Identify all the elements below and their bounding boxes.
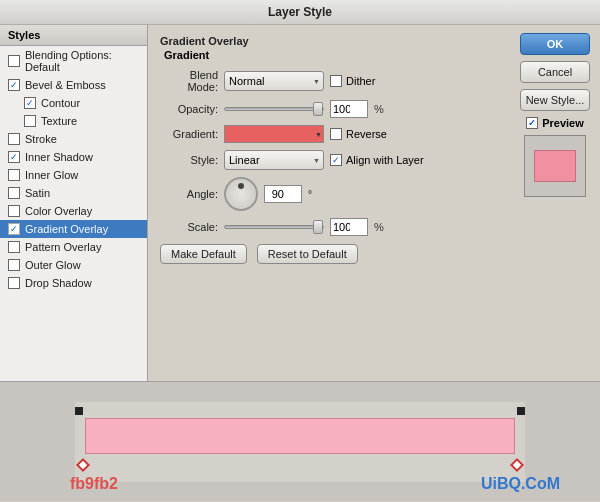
- opacity-unit: %: [374, 103, 384, 115]
- style-item-inner-glow[interactable]: Inner Glow: [0, 166, 147, 184]
- style-item-texture[interactable]: Texture: [0, 112, 147, 130]
- style-item-contour[interactable]: Contour: [0, 94, 147, 112]
- style-item-inner-shadow[interactable]: Inner Shadow: [0, 148, 147, 166]
- style-item-satin[interactable]: Satin: [0, 184, 147, 202]
- watermark-left: fb9fb2: [70, 475, 118, 493]
- style-item-drop-shadow[interactable]: Drop Shadow: [0, 274, 147, 292]
- right-panel: OK Cancel New Style... Preview: [510, 25, 600, 381]
- opacity-thumb[interactable]: [313, 102, 323, 116]
- canvas-shape: [85, 418, 515, 454]
- main-content: Gradient Overlay Gradient Blend Mode: No…: [148, 25, 510, 381]
- action-buttons-row: Make Default Reset to Default: [160, 244, 498, 264]
- checkbox-stroke[interactable]: [8, 133, 20, 145]
- checkbox-gradient-overlay[interactable]: [8, 223, 20, 235]
- scale-slider[interactable]: [224, 225, 324, 229]
- style-item-stroke[interactable]: Stroke: [0, 130, 147, 148]
- checkbox-inner-shadow[interactable]: [8, 151, 20, 163]
- handle-top-right[interactable]: [517, 407, 525, 415]
- reverse-checkbox-label[interactable]: Reverse: [330, 128, 387, 140]
- style-item-bevel[interactable]: Bevel & Emboss: [0, 76, 147, 94]
- scale-thumb[interactable]: [313, 220, 323, 234]
- style-item-outer-glow[interactable]: Outer Glow: [0, 256, 147, 274]
- dial-indicator: [238, 183, 244, 189]
- scale-row: Scale: %: [160, 218, 498, 236]
- scale-label: Scale:: [160, 221, 218, 233]
- dither-checkbox-label[interactable]: Dither: [330, 75, 375, 87]
- preview-checkbox[interactable]: [526, 117, 538, 129]
- ok-button[interactable]: OK: [520, 33, 590, 55]
- style-select[interactable]: Linear Radial Angle Reflected Diamond: [224, 150, 324, 170]
- opacity-input[interactable]: [330, 100, 368, 118]
- align-layer-checkbox[interactable]: [330, 154, 342, 166]
- style-item-gradient-overlay[interactable]: Gradient Overlay: [0, 220, 147, 238]
- opacity-label: Opacity:: [160, 103, 218, 115]
- checkbox-contour[interactable]: [24, 97, 36, 109]
- preview-label[interactable]: Preview: [526, 117, 584, 129]
- checkbox-satin[interactable]: [8, 187, 20, 199]
- checkbox-drop-shadow[interactable]: [8, 277, 20, 289]
- style-row: Style: Linear Radial Angle Reflected Dia…: [160, 150, 498, 170]
- preview-box: [524, 135, 586, 197]
- checkbox-outer-glow[interactable]: [8, 259, 20, 271]
- align-layer-checkbox-label[interactable]: Align with Layer: [330, 154, 424, 166]
- gradient-label: Gradient:: [160, 128, 218, 140]
- make-default-button[interactable]: Make Default: [160, 244, 247, 264]
- preview-shape: [534, 150, 576, 182]
- checkbox-bevel[interactable]: [8, 79, 20, 91]
- anchor-bottom-left[interactable]: [76, 457, 90, 471]
- section-title: Gradient Overlay: [160, 35, 498, 47]
- checkbox-inner-glow[interactable]: [8, 169, 20, 181]
- canvas-inner: [75, 402, 525, 482]
- angle-label: Angle:: [160, 188, 218, 200]
- new-style-button[interactable]: New Style...: [520, 89, 590, 111]
- title-bar: Layer Style: [0, 0, 600, 25]
- anchor-bottom-right[interactable]: [510, 457, 524, 471]
- angle-row: Angle: °: [160, 177, 498, 211]
- blend-mode-label: Blend Mode:: [160, 69, 218, 93]
- style-item-blending[interactable]: Blending Options: Default: [0, 46, 147, 76]
- gradient-picker-wrapper[interactable]: ▼: [224, 125, 324, 143]
- opacity-row: Opacity: %: [160, 100, 498, 118]
- checkbox-pattern-overlay[interactable]: [8, 241, 20, 253]
- blend-mode-select-wrapper[interactable]: Normal Dissolve Multiply Screen: [224, 71, 324, 91]
- blend-mode-select[interactable]: Normal Dissolve Multiply Screen: [224, 71, 324, 91]
- style-label: Style:: [160, 154, 218, 166]
- styles-panel: Styles Blending Options: Default Bevel &…: [0, 25, 148, 381]
- dither-checkbox[interactable]: [330, 75, 342, 87]
- style-select-wrapper[interactable]: Linear Radial Angle Reflected Diamond: [224, 150, 324, 170]
- blend-mode-row: Blend Mode: Normal Dissolve Multiply Scr…: [160, 69, 498, 93]
- section-subtitle: Gradient: [160, 49, 498, 61]
- handle-top-left[interactable]: [75, 407, 83, 415]
- opacity-slider[interactable]: [224, 107, 324, 111]
- dialog-title: Layer Style: [268, 5, 332, 19]
- checkbox-color-overlay[interactable]: [8, 205, 20, 217]
- scale-unit: %: [374, 221, 384, 233]
- gradient-row: Gradient: ▼ Reverse: [160, 125, 498, 143]
- angle-dial[interactable]: [224, 177, 258, 211]
- reverse-checkbox[interactable]: [330, 128, 342, 140]
- watermark-right: UiBQ.CoM: [481, 475, 560, 493]
- cancel-button[interactable]: Cancel: [520, 61, 590, 83]
- reset-default-button[interactable]: Reset to Default: [257, 244, 358, 264]
- gradient-swatch[interactable]: [224, 125, 324, 143]
- degree-symbol: °: [308, 189, 312, 200]
- checkbox-texture[interactable]: [24, 115, 36, 127]
- styles-header: Styles: [0, 25, 147, 46]
- style-item-color-overlay[interactable]: Color Overlay: [0, 202, 147, 220]
- scale-input[interactable]: [330, 218, 368, 236]
- canvas-area: fb9fb2 UiBQ.CoM: [0, 381, 600, 501]
- angle-input[interactable]: [264, 185, 302, 203]
- style-item-pattern-overlay[interactable]: Pattern Overlay: [0, 238, 147, 256]
- checkbox-blending[interactable]: [8, 55, 20, 67]
